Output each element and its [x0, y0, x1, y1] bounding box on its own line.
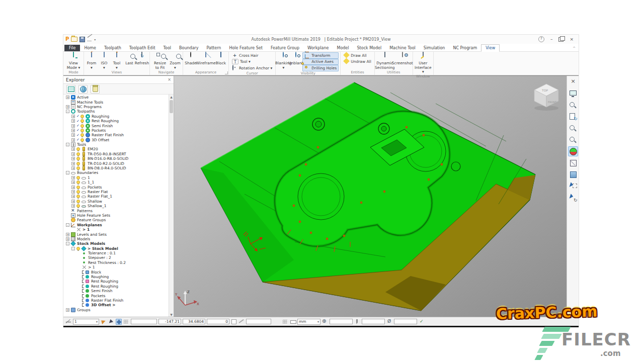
tree-item[interactable]: + NC Programs: [63, 105, 174, 109]
expand-toggle-icon[interactable]: +: [66, 308, 69, 312]
ribbon-tab[interactable]: Tool: [159, 45, 176, 51]
tree-item[interactable]: + ✓ Roughing: [63, 114, 174, 119]
bulb-icon[interactable]: [76, 157, 80, 160]
tree-item[interactable]: Feature Groups: [63, 218, 174, 222]
tree-item[interactable]: + Groups: [63, 308, 174, 312]
gallery-launcher-icon[interactable]: [225, 71, 228, 74]
cross-hair-button[interactable]: + Cross Hair: [230, 52, 274, 59]
tree-item[interactable]: + ✓ Pockets: [63, 128, 174, 133]
ribbon-tab[interactable]: Machine Tool: [385, 45, 420, 51]
bulb-icon[interactable]: [76, 162, 80, 165]
expand-toggle-icon[interactable]: +: [71, 138, 75, 142]
bulb-icon[interactable]: [76, 200, 80, 203]
minimize-icon[interactable]: –: [550, 37, 553, 42]
tree-item[interactable]: + BN-D8.0-R4.0-SOLID: [63, 166, 174, 170]
view-toolbar-button[interactable]: [568, 77, 578, 87]
scroll-up-icon[interactable]: ▲: [170, 95, 173, 99]
tree-item[interactable]: + ✓ Rest Roughing: [63, 119, 174, 123]
view-toolbar-button[interactable]: [568, 146, 578, 156]
tree-item[interactable]: + Pockets: [63, 185, 174, 189]
unblank-button[interactable]: Unblank: [290, 52, 302, 66]
tree-item[interactable]: + Models: [63, 237, 174, 241]
expand-toggle-icon[interactable]: +: [71, 152, 75, 156]
expand-toggle-icon[interactable]: +: [71, 147, 75, 151]
expand-toggle-icon[interactable]: +: [71, 180, 75, 184]
bulb-icon[interactable]: [76, 247, 80, 250]
ribbon-tab[interactable]: Pattern: [203, 45, 225, 51]
expand-toggle-icon[interactable]: +: [71, 124, 75, 128]
view-toolbar-button[interactable]: [568, 123, 578, 133]
resize-to-fit-button[interactable]: Resizeto Fit: [151, 52, 169, 70]
ribbon-tab[interactable]: View: [481, 44, 500, 52]
view-toolbar-button[interactable]: [568, 88, 578, 99]
tree-item[interactable]: - Boundaries: [63, 170, 174, 175]
explorer-close-icon[interactable]: ×: [168, 77, 171, 82]
tree-item[interactable]: Semi Finish: [63, 289, 174, 293]
shade-button[interactable]: Shade: [185, 52, 197, 66]
bulb-icon[interactable]: [76, 176, 80, 179]
quick-access-caret[interactable]: ▾: [94, 38, 96, 41]
tree-item[interactable]: > 1: [63, 265, 174, 269]
ribbon-tab[interactable]: Model: [333, 45, 353, 51]
view-toolbar-button[interactable]: [568, 181, 578, 191]
measure-icon[interactable]: [87, 37, 92, 42]
tree-item[interactable]: + Raster Flat_1: [63, 194, 174, 199]
save-icon[interactable]: [79, 37, 85, 42]
tree-item[interactable]: + ✓ Semi Finish: [63, 123, 174, 128]
bulb-icon[interactable]: [80, 129, 84, 132]
checkbox-icon[interactable]: [231, 319, 237, 325]
workplane-select[interactable]: 1▾: [73, 319, 99, 325]
expand-toggle-icon[interactable]: +: [71, 195, 75, 198]
view-toolbar-button[interactable]: [568, 100, 578, 110]
ribbon-tab[interactable]: Boundary: [175, 45, 203, 51]
zoom-button[interactable]: Zoom▾: [169, 52, 181, 70]
undraw-all-button[interactable]: Undraw All: [342, 59, 373, 65]
drag-axes-icon[interactable]: [116, 319, 122, 325]
tree-item[interactable]: + BN-D16.0-R8.0-SOLID: [63, 156, 174, 161]
draw-all-button[interactable]: Draw All: [342, 52, 373, 59]
restore-icon[interactable]: [558, 37, 564, 42]
tree-item[interactable]: + 1: [63, 175, 174, 180]
expand-toggle-icon[interactable]: +: [66, 237, 69, 241]
active-axes-toggle[interactable]: Active Axes: [302, 59, 339, 65]
ribbon-tab[interactable]: Home: [80, 45, 100, 51]
ribbon-tab[interactable]: Feature Group: [267, 45, 303, 51]
tree-item[interactable]: - Workplanes: [63, 223, 174, 227]
screenshot-button[interactable]: Screenshot: [394, 52, 411, 66]
tree-item[interactable]: > 1: [63, 227, 174, 232]
view-toolbar-button[interactable]: [568, 135, 578, 145]
rotation-anchor-button[interactable]: Rotation Anchor ▾: [230, 65, 274, 71]
bulb-icon[interactable]: [76, 190, 80, 194]
bulb-icon[interactable]: [76, 204, 80, 208]
tree-item[interactable]: + Active: [63, 95, 174, 100]
expand-toggle-icon[interactable]: +: [71, 133, 75, 137]
expand-toggle-icon[interactable]: +: [71, 129, 75, 132]
block-button[interactable]: Block: [215, 52, 227, 66]
wireframe-button[interactable]: Wireframe: [197, 52, 214, 66]
tree-item[interactable]: Hole Feature Sets: [63, 213, 174, 218]
edit-field[interactable]: [246, 319, 271, 324]
ribbon-tab[interactable]: Toolpath Edit: [125, 45, 159, 51]
coord-y-field[interactable]: 34.6804: [183, 319, 205, 324]
close-icon[interactable]: ×: [570, 37, 574, 42]
bulb-icon[interactable]: [80, 119, 84, 123]
bulb-icon[interactable]: [76, 166, 80, 170]
model-canvas[interactable]: TOP FRONT Z Y X: [174, 76, 567, 317]
tool-view-button[interactable]: ↓ Tool▾: [111, 52, 123, 70]
explorer-toolbar-button[interactable]: [91, 85, 100, 94]
view-mode-button[interactable]: ViewMode ▾: [65, 52, 82, 70]
bulb-icon[interactable]: [80, 138, 84, 142]
tree-item[interactable]: + EM20: [63, 147, 174, 151]
explorer-scrollbar[interactable]: ▲ ▼: [169, 95, 174, 317]
ribbon-tab[interactable]: Stock Model: [353, 45, 386, 51]
tool-field[interactable]: [362, 319, 385, 324]
cursor-tool-button[interactable]: T Tool ▾: [230, 59, 274, 65]
tree-item[interactable]: + ✓ 3D Offset: [63, 138, 174, 142]
last-view-button[interactable]: Last: [123, 52, 135, 66]
bulb-icon[interactable]: [76, 147, 80, 151]
expand-toggle-icon[interactable]: +: [71, 176, 75, 179]
tree-item[interactable]: - Tools: [63, 142, 174, 147]
tree-item[interactable]: - > Stock Model: [63, 246, 174, 251]
tree-item[interactable]: + ✓ Raster Flat Finish: [63, 133, 174, 137]
tree-item[interactable]: + TR-D50-R0.8-INSERT: [63, 152, 174, 156]
